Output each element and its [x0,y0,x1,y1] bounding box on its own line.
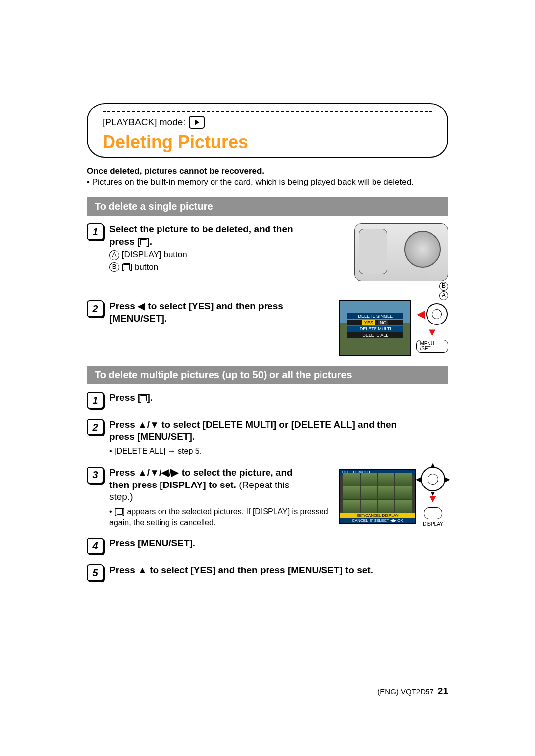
s2-step4-text: Press [MENU/SET]. [109,538,448,550]
step-number-5: 5 [87,564,104,581]
dpad-icon [426,303,448,325]
s2-step-1: 1 Press []. [87,392,448,409]
page-title: Deleting Pictures [103,132,432,153]
lcd2-bar1: SET/CANCEL DISPLAY [340,513,415,518]
step-number-1: 1 [87,223,104,240]
lcd1-row3: DELETE MULTI [347,326,403,332]
lcd1-no: NO [378,320,389,325]
s2-step3-pre: Press [109,467,138,478]
s2-step2-mid: to select [DELETE MULTI] or [DELETE ALL]… [159,419,397,430]
section-bar-single: To delete a single picture [87,197,448,216]
arrow-left-icon: ◀ [138,301,145,311]
callout-b-marker: B [439,282,448,291]
s1-step2-line2: [MENU/SET]. [109,313,167,324]
callout-b-icon: B [109,262,119,272]
arrow-down-icon: ▼ [429,489,436,497]
intro-warning: Once deleted, pictures cannot be recover… [87,166,448,176]
arrow-left-icon: ◀ [416,475,421,483]
arrow-right-icon: ▶ [445,475,450,483]
page-footer: (ENG) VQT2D57 21 [377,686,448,697]
trash-icon [124,263,130,270]
s2-step5-pre: Press [109,565,138,575]
lcd-illustration-1: DELETE SINGLE YESNO DELETE MULTI DELETE … [339,300,448,356]
arrow-up-icon: ▲ [138,565,147,575]
lcd-illustration-2: DELETE MULTI SET/CANCEL DISPLAY CANCEL 🗑… [339,467,448,527]
s1-step1-line2b: ]. [146,236,152,247]
s2-step5-suf: to select [YES] and then press [MENU/SET… [147,565,373,575]
arrow-down-highlight-icon: ▼ [427,327,438,338]
dpad-icon: ▲ ▼ ◀ ▶ [421,467,445,491]
menu-set-icon: MENU /SET [416,340,448,353]
footer-code: (ENG) VQT2D57 [377,687,433,696]
title-box: [PLAYBACK] mode: Deleting Pictures [87,103,448,158]
playback-mode-label: [PLAYBACK] mode: [103,117,186,128]
callout-a-text: [DISPLAY] button [122,250,187,259]
s2-step2-bullet: • [DELETE ALL] → step 5. [109,446,448,457]
s2-step3-l3: step.) [109,491,133,502]
s2-step3-mid: to select the picture, and [179,467,293,478]
camera-illustration: B A [339,223,448,300]
intro-block: Once deleted, pictures cannot be recover… [87,166,448,187]
s2-step3-bullet-pre: • [ [109,507,117,516]
s2-step-3: 3 Press ▲/▼/◀/▶ to select the picture, a… [87,467,331,528]
step-number-2b: 2 [87,419,104,435]
s2-step-2: 2 Press ▲/▼ to select [DELETE MULTI] or … [87,419,448,457]
callout-b-text-suf: ] button [130,262,158,271]
trash-icon [140,238,146,245]
s2-step1-suf: ]. [147,392,153,403]
playback-icon [189,116,205,129]
s2-step2-pre: Press [109,419,138,430]
s2-step2-line2: press [MENU/SET]. [109,432,195,442]
s1-step2-mid: to select [YES] and then press [145,301,283,311]
lcd2-bar2: CANCEL 🗑 SELECT ◀▶ OK [340,518,415,523]
display-button-icon [424,507,442,519]
divider-top [103,111,432,112]
s1-step-2: 2 Press ◀ to select [YES] and then press… [87,300,331,324]
s2-step-4: 4 Press [MENU/SET]. [87,538,448,554]
s2-step-5: 5 Press ▲ to select [YES] and then press… [87,564,448,581]
lcd1-row1: DELETE SINGLE [347,313,403,319]
s2-step1-pre: Press [ [109,392,141,403]
s1-step1-line1: Select the picture to be deleted, and th… [109,224,293,234]
lcd1-yes: YES [362,320,375,325]
s1-step2-pre: Press [109,301,138,311]
step-number-3: 3 [87,467,104,484]
callout-a-icon: A [109,250,119,260]
arrow-left-highlight-icon: ◀ [417,309,425,320]
trash-icon [141,394,147,401]
arrow-up-icon: ▲ [429,461,436,469]
s1-step-1: 1 Select the picture to be deleted, and … [87,223,331,272]
lcd1-row4: DELETE ALL [347,332,403,338]
display-label: DISPLAY [423,521,443,527]
s2-step3-l2b: (Repeat this [236,480,290,490]
trash-icon [117,508,123,515]
section-bar-multi: To delete multiple pictures (up to 50) o… [87,366,448,384]
s2-step3-bullet-suf: ] appears on the selected pictures. If [… [109,507,328,527]
callout-a-marker: A [439,291,448,300]
step-number-1b: 1 [87,392,104,409]
s2-step3-l2a: then press [DISPLAY] to set. [109,480,236,490]
s1-step1-line2a: press [ [109,236,140,247]
arrow-all-icon: ▲/▼/◀/▶ [138,467,179,478]
footer-page-number: 21 [438,686,448,696]
mode-line: [PLAYBACK] mode: [103,116,432,129]
step-number-4: 4 [87,538,104,554]
intro-bullet: • Pictures on the built-in memory or the… [87,177,448,187]
arrow-updown-icon: ▲/▼ [138,419,159,430]
step-number-2: 2 [87,300,104,317]
